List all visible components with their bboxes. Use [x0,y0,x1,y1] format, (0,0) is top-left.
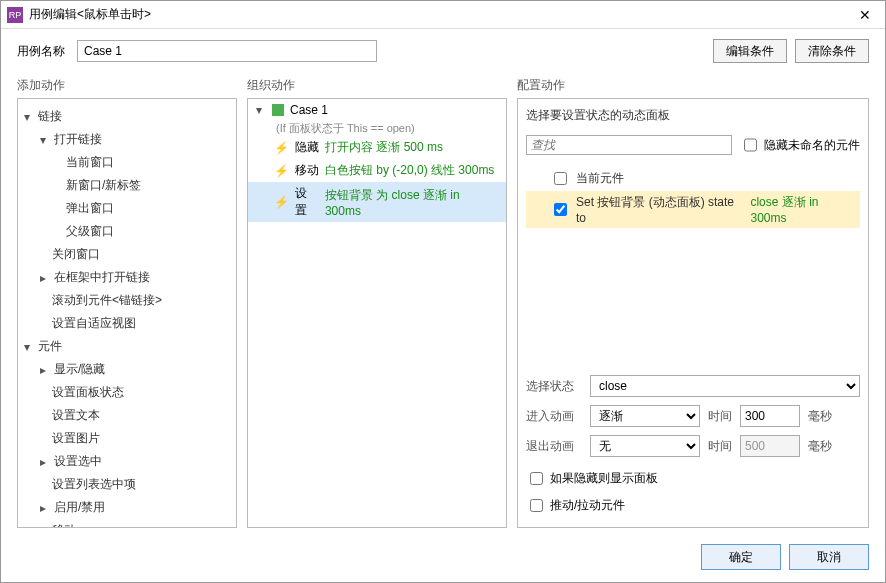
tree-set-adaptive[interactable]: 设置自适应视图 [22,312,232,335]
bolt-icon: ⚡ [274,164,289,178]
tree-open-frame[interactable]: 在框架中打开链接 [22,266,232,289]
ok-button[interactable]: 确定 [701,544,781,570]
enter-anim-select[interactable]: 逐渐 [590,405,700,427]
tree-close-win[interactable]: 关闭窗口 [22,243,232,266]
action-row-2[interactable]: ⚡ 移动 白色按钮 by (-20,0) 线性 300ms [248,159,506,182]
exit-anim-label: 退出动画 [526,438,582,455]
hide-unnamed-checkbox[interactable] [744,135,757,155]
tree-panel-state[interactable]: 设置面板状态 [22,381,232,404]
bolt-icon: ⚡ [274,141,289,155]
action-row-3[interactable]: ⚡ 设置 按钮背景 为 close 逐渐 in 300ms [248,182,506,222]
chevron-down-icon[interactable] [40,133,50,147]
exit-time-input [740,435,800,457]
chevron-right-icon[interactable] [40,455,50,469]
push-pull-row[interactable]: 推动/拉动元件 [526,492,860,519]
tree-popup[interactable]: 弹出窗口 [22,197,232,220]
tree-set-image[interactable]: 设置图片 [22,427,232,450]
chevron-right-icon[interactable] [40,271,50,285]
cancel-button[interactable]: 取消 [789,544,869,570]
panel-select-label: 选择要设置状态的动态面板 [526,107,860,124]
app-logo-icon: RP [7,7,23,23]
ms-label-2: 毫秒 [808,438,832,455]
chevron-down-icon[interactable] [24,340,34,354]
case-condition: (If 面板状态于 This == open) [248,121,506,136]
panel-item-checkbox[interactable] [554,203,567,216]
edit-condition-button[interactable]: 编辑条件 [713,39,787,63]
panel-search-input[interactable] [526,135,732,155]
case-name-label: 用例名称 [17,43,65,60]
tree-move[interactable]: 移动 [22,519,232,528]
case-node[interactable]: Case 1 [248,99,506,121]
panel-item-checkbox[interactable] [554,172,567,185]
bolt-icon: ⚡ [274,195,289,209]
enter-time-input[interactable] [740,405,800,427]
tree-link[interactable]: 链接 [22,105,232,128]
tree-cur-win[interactable]: 当前窗口 [22,151,232,174]
chevron-down-icon[interactable] [256,103,266,117]
show-if-hidden-row[interactable]: 如果隐藏则显示面板 [526,465,860,492]
ms-label: 毫秒 [808,408,832,425]
select-state-label: 选择状态 [526,378,582,395]
tree-set-list-opt[interactable]: 设置列表选中项 [22,473,232,496]
tree-show-hide[interactable]: 显示/隐藏 [22,358,232,381]
case-label: Case 1 [290,103,328,117]
tree-comp[interactable]: 元件 [22,335,232,358]
push-pull-checkbox[interactable] [530,499,543,512]
chevron-down-icon[interactable] [24,110,34,124]
panel-item-target[interactable]: Set 按钮背景 (动态面板) state to close 逐渐 in 300… [526,191,860,228]
tree-scroll-anchor[interactable]: 滚动到元件<锚链接> [22,289,232,312]
window-title: 用例编辑<鼠标单击时> [29,6,851,23]
case-icon [272,104,284,116]
col-header-org: 组织动作 [247,73,507,98]
show-if-hidden-checkbox[interactable] [530,472,543,485]
state-select[interactable]: close [590,375,860,397]
case-name-input[interactable] [77,40,377,62]
chevron-right-icon[interactable] [40,363,50,377]
time-label-2: 时间 [708,438,732,455]
enter-anim-label: 进入动画 [526,408,582,425]
dialog-footer: 确定 取消 [1,536,885,582]
case-name-row: 用例名称 编辑条件 清除条件 [1,29,885,73]
tree-enable-disable[interactable]: 启用/禁用 [22,496,232,519]
chevron-right-icon[interactable] [40,501,50,515]
exit-anim-select[interactable]: 无 [590,435,700,457]
hide-unnamed-row[interactable]: 隐藏未命名的元件 [740,128,860,162]
titlebar: RP 用例编辑<鼠标单击时> ✕ [1,1,885,29]
panel-item-current[interactable]: 当前元件 [526,166,860,191]
tree-parent[interactable]: 父级窗口 [22,220,232,243]
action-tree: 链接 打开链接 当前窗口 新窗口/新标签 弹出窗口 父级窗口 关闭窗口 在框架中… [18,99,236,528]
close-icon[interactable]: ✕ [851,7,879,23]
time-label: 时间 [708,408,732,425]
action-row-1[interactable]: ⚡ 隐藏 打开内容 逐渐 500 ms [248,136,506,159]
tree-open-link[interactable]: 打开链接 [22,128,232,151]
tree-set-selected[interactable]: 设置选中 [22,450,232,473]
col-header-add: 添加动作 [17,73,237,98]
col-header-cfg: 配置动作 [517,73,869,98]
clear-condition-button[interactable]: 清除条件 [795,39,869,63]
tree-set-text[interactable]: 设置文本 [22,404,232,427]
tree-new-win[interactable]: 新窗口/新标签 [22,174,232,197]
